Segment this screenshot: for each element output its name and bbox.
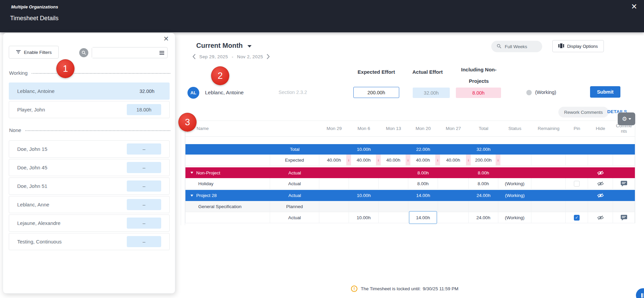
- column-header-status[interactable]: Status: [498, 126, 531, 131]
- cell-mon6: 10.00h: [349, 190, 379, 201]
- status-label: (Working): [535, 90, 556, 95]
- search-icon[interactable]: [79, 48, 88, 57]
- collapse-caret-icon[interactable]: [191, 172, 193, 174]
- under-allocation-arrow-icon: ↓: [346, 155, 351, 165]
- cell-mon13[interactable]: [379, 178, 408, 189]
- previous-period-icon[interactable]: [193, 54, 196, 59]
- hide-eye-slash-icon[interactable]: [597, 193, 604, 198]
- period-selector-label: Current Month: [196, 42, 243, 49]
- resource-search-input[interactable]: [92, 47, 159, 58]
- hide-eye-slash-icon[interactable]: [597, 170, 604, 175]
- resource-row-lejaune-alexandre[interactable]: Lejaune, Alexandre –: [9, 214, 170, 232]
- cell-status: [498, 167, 531, 178]
- resource-row-player-john[interactable]: Player, John 18.00h: [9, 101, 170, 118]
- cell-mon29[interactable]: [319, 212, 349, 223]
- search-menu-icon[interactable]: [159, 51, 167, 55]
- period-selector[interactable]: Current Month: [196, 42, 252, 49]
- enable-filters-button[interactable]: Enable Filters: [9, 46, 59, 59]
- dialog-close-icon[interactable]: ✕: [631, 3, 637, 10]
- resource-center-button[interactable]: [636, 288, 644, 298]
- next-period-icon[interactable]: [267, 54, 270, 59]
- cell-mon29: [319, 167, 349, 178]
- table-row-holiday[interactable]: Holiday Actual 8.00h 8.00h (Working): [185, 178, 635, 189]
- resource-row-leblanc-anne[interactable]: Leblanc, Anne –: [9, 196, 170, 213]
- settings-button[interactable]: ⚙: [618, 112, 635, 125]
- resource-hours: 32.00h: [140, 89, 154, 94]
- column-header-mon29[interactable]: Mon 29: [319, 126, 349, 131]
- actual-effort-value: 32.00h: [413, 88, 450, 98]
- cell-status: [498, 144, 531, 155]
- comment-icon[interactable]: [621, 181, 627, 187]
- column-header-mon6[interactable]: Mon 6: [349, 126, 379, 131]
- column-header-name[interactable]: Name: [185, 126, 319, 131]
- cell-mon29: 40.00h↓: [319, 155, 349, 166]
- resource-row-doe-john-51[interactable]: Doe, John 51 –: [9, 177, 170, 195]
- collapse-caret-icon[interactable]: [191, 195, 193, 197]
- cell-pin: [566, 155, 588, 166]
- resource-name: Player, John: [17, 107, 45, 112]
- cell-comments: [613, 155, 635, 166]
- resource-row-doe-john-45[interactable]: Doe, John 45 –: [9, 159, 170, 176]
- cell-mon27: [438, 144, 469, 155]
- hide-eye-slash-icon[interactable]: [597, 181, 604, 186]
- row-name-cell: [185, 144, 270, 155]
- annotation-step-1: 1: [56, 59, 75, 78]
- column-header-total[interactable]: Total: [469, 126, 498, 131]
- locked-message: ! The Timesheet is locked until: 9/30/25…: [351, 286, 458, 292]
- resource-hours-badge: –: [127, 218, 161, 229]
- annotation-step-3: 3: [178, 113, 197, 132]
- cell-mon27[interactable]: [438, 178, 469, 189]
- selected-time-entry-cell[interactable]: 14.00h: [409, 211, 437, 224]
- resource-row-leblanc-antoine[interactable]: Leblanc, Antoine 32.00h: [9, 82, 170, 100]
- pin-checkbox-checked[interactable]: ✓: [574, 215, 580, 221]
- column-header-remaining[interactable]: Remaining: [531, 126, 566, 131]
- cell-hide: [588, 212, 613, 223]
- cell-mon27[interactable]: [438, 212, 469, 223]
- cell-mon6[interactable]: 10.00h: [349, 212, 379, 223]
- full-weeks-search[interactable]: Full Weeks: [491, 41, 542, 52]
- row-name-cell: Non-Project: [185, 167, 270, 178]
- cell-mon20: 40.00h↓: [408, 155, 438, 166]
- table-row-general-specification[interactable]: General Specification Planned: [185, 201, 635, 212]
- cell-mon20[interactable]: 8.00h: [408, 178, 438, 189]
- cell-mon13[interactable]: [379, 212, 408, 223]
- cell-mon29[interactable]: [319, 178, 349, 189]
- column-header-mon13[interactable]: Mon 13: [379, 126, 408, 131]
- resource-hours-badge: –: [127, 143, 161, 155]
- rework-comments-pill[interactable]: Rework Comments: [558, 107, 609, 118]
- column-header-mon20[interactable]: Mon 20: [408, 126, 438, 131]
- cell-mon20: 8.00h: [408, 167, 438, 178]
- cell-remaining: [531, 144, 566, 155]
- resource-row-doe-john-15[interactable]: Doe, John 15 –: [9, 140, 170, 158]
- table-row-non-project[interactable]: Non-Project Actual 8.00h 8.00h: [185, 167, 635, 178]
- cell-total: [469, 201, 498, 212]
- resource-name: Testing, Continuous: [17, 239, 62, 244]
- table-row-project-28-actual[interactable]: Actual 10.00h 14.00h 24.00h (Working) ✓: [185, 212, 635, 223]
- cell-status: (Working): [498, 190, 531, 201]
- column-header-mon27[interactable]: Mon 27: [438, 126, 469, 131]
- column-header-hide[interactable]: Hide: [588, 126, 613, 131]
- display-options-button[interactable]: Display Options: [552, 40, 604, 52]
- dialog-title: Timesheet Details: [10, 15, 58, 22]
- row-name-cell: General Specification: [185, 201, 270, 212]
- cell-pin: ✓: [566, 212, 588, 223]
- pause-bars-icon: [641, 293, 643, 298]
- resource-row-testing-continuous[interactable]: Testing, Continuous –: [9, 233, 170, 250]
- cell-mon20: 14.00h: [408, 190, 438, 201]
- date-range-end: Nov 2, 2025: [237, 54, 263, 59]
- resource-name: Doe, John 15: [17, 146, 47, 152]
- drawer-close-icon[interactable]: ✕: [163, 35, 169, 43]
- submit-button[interactable]: Submit: [590, 86, 620, 98]
- pin-checkbox[interactable]: [574, 181, 580, 187]
- expected-effort-input[interactable]: [353, 87, 399, 98]
- cell-mon20[interactable]: 14.00h: [408, 212, 438, 223]
- cell-mon20: [408, 201, 438, 212]
- rework-comments-label: Rework Comments: [564, 110, 603, 115]
- cell-mon6[interactable]: [349, 178, 379, 189]
- column-header-pin[interactable]: Pin: [566, 126, 588, 131]
- hide-eye-slash-icon[interactable]: [597, 215, 604, 220]
- comment-icon[interactable]: [621, 215, 627, 221]
- cell-hide: [588, 178, 613, 189]
- table-row-expected: Expected 40.00h↓ 40.00h↓ 40.00h↓ 40.00h↓…: [185, 155, 635, 166]
- table-row-project-28[interactable]: Project 28 Actual 10.00h 14.00h 24.00h (…: [185, 190, 635, 201]
